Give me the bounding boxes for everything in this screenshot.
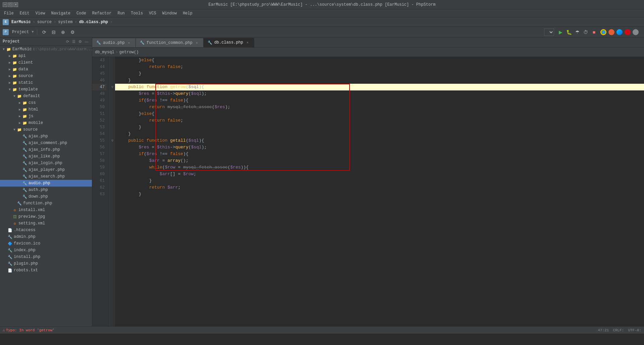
php-icon: 🔧 [22,140,28,146]
tree-item-ajax-player[interactable]: 🔧 ajax_player.php [0,166,92,173]
close-button[interactable]: ✕ [13,2,18,7]
txt-icon: 📄 [7,268,13,273]
tree-item-api[interactable]: ▶ 📁 api [0,53,92,59]
breadcrumb-system[interactable]: system [58,20,72,24]
run-config-select[interactable] [544,28,554,36]
tree-item-css[interactable]: ▶ 📁 css [0,99,92,106]
code-content[interactable]: }else{ return false; } } [115,57,644,326]
fold-55[interactable]: ▽ [110,137,115,144]
menu-tools[interactable]: Tools [128,10,146,16]
sidebar-sync-btn[interactable]: ⟳ [65,39,70,44]
debug-button[interactable]: 🐛 [565,28,573,36]
menu-window[interactable]: Window [160,10,179,16]
menu-file[interactable]: File [1,10,16,16]
tree-item-down[interactable]: 🔧 down.php [0,193,92,200]
tree-item-template[interactable]: ▼ 📁 template [0,86,92,93]
folder-icon: 📁 [12,73,17,79]
project-dropdown-arrow[interactable]: ▼ [32,30,34,34]
settings-button[interactable]: ⚙ [69,28,76,36]
menu-view[interactable]: View [33,10,48,16]
tab-audio[interactable]: 🔧 audio.php ✕ [92,38,136,47]
tree-item-audio[interactable]: 🔧 audio.php [0,180,92,187]
tree-item-auth[interactable]: 🔧 auth.php [0,187,92,193]
code-line-54: } [115,131,644,137]
tree-label: static [18,80,33,85]
tree-item-client[interactable]: ▶ 📁 client [0,59,92,66]
folder-icon: 📁 [22,107,28,112]
safari-icon[interactable] [616,29,623,35]
tree-item-htaccess[interactable]: 📄 .htaccess [0,227,92,233]
coverage-button[interactable]: ☂ [574,28,581,36]
tree-item-static[interactable]: ▶ 📁 static [0,79,92,86]
tree-item-source[interactable]: ▶ 📁 source [0,73,92,79]
tree-item-function[interactable]: 🔧 function.php [0,200,92,207]
fold-44 [110,64,115,70]
code-editor[interactable]: 43 44 45 46 47 48 49 50 51 52 53 54 55 5… [92,57,644,326]
collapse-all-button[interactable]: ⊟ [50,28,57,36]
line-59: 59 [92,164,107,171]
tree-item-js[interactable]: ▶ 📁 js [0,113,92,120]
sidebar-collapse-btn[interactable]: — [84,39,89,44]
tree-item-html[interactable]: ▶ 📁 html [0,106,92,113]
line-43: 43 [92,57,107,64]
tree-item-index[interactable]: 🔧 index.php [0,247,92,254]
tree-item-install[interactable]: 🔧 install.php [0,254,92,260]
tree-item-ajax-like[interactable]: 🔧 ajax_like.php [0,153,92,160]
tree-item-default[interactable]: ▼ 📁 default [0,93,92,99]
fold-47[interactable]: ▽ [110,84,115,90]
code-line-52: return false; [115,117,644,124]
tab-close-audio[interactable]: ✕ [127,41,131,45]
tree-item-favicon[interactable]: 🔷 favicon.ico [0,240,92,247]
menu-run[interactable]: Run [115,10,127,16]
tree-item-data[interactable]: ▶ 📁 data [0,66,92,73]
run-button[interactable]: ▶ [557,28,564,36]
expand-icon: ▶ [7,61,12,65]
line-55: 55 [92,137,107,144]
menu-vcs[interactable]: VCS [146,10,159,16]
stop-button[interactable]: ■ [590,28,598,36]
profile-button[interactable]: ⏱ [582,28,589,36]
tree-item-robots[interactable]: 📄 robots.txt [0,267,92,274]
menu-edit[interactable]: Edit [17,10,32,16]
project-label[interactable]: Project [12,30,29,34]
tree-item-ajax-comment[interactable]: 🔧 ajax_comment.php [0,140,92,146]
tree-item-ajax-search[interactable]: 🔧 ajax_search.php [0,173,92,180]
tree-item-preview[interactable]: 🖼 preview.jpg [0,213,92,220]
maximize-button[interactable]: □ [8,2,13,7]
expand-icon: ▶ [17,121,22,125]
bc-separator: › [116,50,118,55]
minimize-button[interactable]: — [3,2,7,7]
tree-item-ajax-info[interactable]: 🔧 ajax_info.php [0,146,92,153]
menu-code[interactable]: Code [74,10,89,16]
tree-item-source2[interactable]: ▼ 📁 source [0,126,92,133]
tree-item-admin[interactable]: 🔧 admin.php [0,233,92,240]
tab-function-common[interactable]: 🔧 function_common.php ✕ [136,38,204,47]
tree-item-setting-xml[interactable]: ⚙ setting.xml [0,220,92,227]
menu-navigate[interactable]: Navigate [48,10,73,16]
sync-button[interactable]: ⟳ [41,28,48,36]
expand-icon: ▶ [17,108,22,112]
tab-close-function-common[interactable]: ✕ [195,41,199,45]
tab-close-db-class[interactable]: ✕ [245,40,250,45]
sidebar-filter-btn[interactable]: ☰ [71,39,76,44]
tree-item-earmusic[interactable]: ▼ 📁 EarMusic E:\phpstudy_pro\WWW\EarM... [0,46,92,53]
bc-getrow[interactable]: getrow() [119,50,139,55]
breadcrumb-earmusic[interactable]: EarMusic [11,20,31,24]
sidebar-settings-btn[interactable]: ⚙ [77,39,83,44]
tree-item-ajax-login[interactable]: 🔧 ajax_login.php [0,160,92,166]
bc-db-mysql[interactable]: db_mysql [95,50,114,55]
breadcrumb-source[interactable]: source [37,20,52,24]
tree-item-mobile[interactable]: ▶ 📁 mobile [0,120,92,126]
menu-help[interactable]: Help [180,10,195,16]
tree-item-install-xml[interactable]: ⚙ install.xml [0,207,92,213]
breadcrumb-file[interactable]: db.class.php [79,20,108,24]
tree-item-ajax[interactable]: 🔧 ajax.php [0,133,92,140]
chrome-icon[interactable] [600,29,606,35]
menu-refactor[interactable]: Refactor [90,10,114,16]
firefox-icon[interactable] [608,29,614,35]
expand-button[interactable]: ⊕ [59,28,67,36]
opera-icon[interactable] [625,29,631,35]
other-browser-icon[interactable] [633,29,639,35]
tab-db-class[interactable]: 🔧 db.class.php ✕ [204,38,254,47]
tree-item-plugin[interactable]: 🔧 plugin.php [0,260,92,267]
